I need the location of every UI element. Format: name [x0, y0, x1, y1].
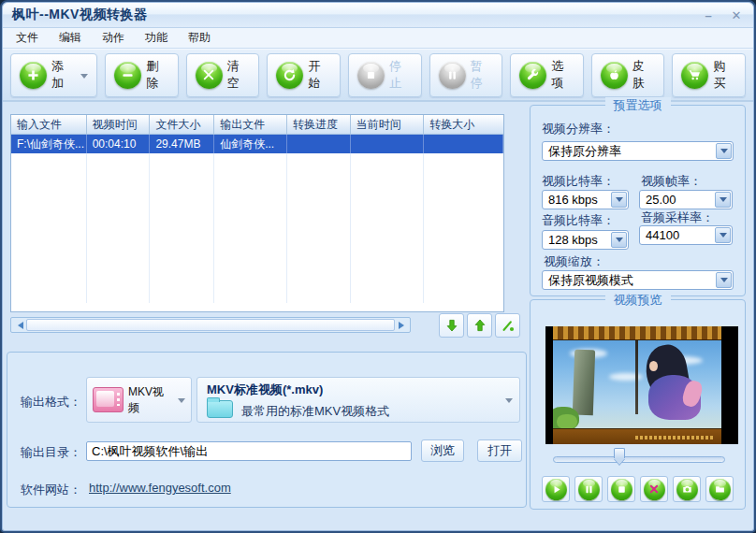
video-scale-select[interactable]: 保持原视频模式	[542, 270, 734, 290]
menu-action[interactable]: 动作	[93, 27, 134, 49]
video-scale-label: 视频缩放：	[544, 253, 604, 270]
clear-x-icon	[196, 62, 223, 89]
pause-button[interactable]: 暂停	[429, 53, 503, 97]
output-format-label: 输出格式：	[21, 394, 81, 411]
start-refresh-icon	[276, 62, 303, 89]
chevron-down-icon[interactable]	[505, 398, 513, 407]
scroll-left-icon[interactable]	[11, 318, 25, 332]
sample-rate-value: 44100	[646, 228, 714, 242]
clear-button-label: 清空	[227, 58, 251, 92]
delete-button-label: 删除	[146, 58, 169, 92]
table-row[interactable]: F:\仙剑奇侠... 00:04:10 29.47MB 仙剑奇侠...	[11, 135, 503, 153]
format-profile-desc: 最常用的标准MKV视频格式	[241, 403, 389, 420]
chevron-down-icon[interactable]	[715, 192, 731, 208]
remove-minus-icon	[114, 62, 141, 89]
start-button[interactable]: 开始	[267, 53, 341, 97]
resolution-select[interactable]: 保持原分辨率	[542, 141, 734, 161]
video-scale-value: 保持原视频模式	[548, 272, 715, 289]
horizontal-scrollbar[interactable]	[10, 317, 411, 333]
menu-edit[interactable]: 编辑	[50, 27, 91, 49]
col-converted-size[interactable]: 转换大小	[424, 115, 503, 134]
empty-row	[11, 172, 503, 191]
menu-file[interactable]: 文件	[7, 27, 48, 49]
empty-row	[11, 153, 503, 172]
move-up-button[interactable]	[467, 313, 492, 338]
chevron-down-icon[interactable]	[716, 143, 732, 159]
preset-options-panel: 预置选项 视频分辨率： 保持原分辨率 视频比特率： 视频帧率： 816 kbps…	[530, 105, 746, 296]
col-current-time[interactable]: 当前时间	[351, 115, 425, 134]
skin-button-label: 皮肤	[632, 58, 656, 92]
format-category-select[interactable]: MKV视频	[86, 377, 192, 423]
output-settings-panel: 输出格式： MKV视频 MKV标准视频(*.mkv) 最常用的标准MKV视频格式…	[7, 352, 527, 508]
chevron-down-icon[interactable]	[178, 398, 185, 407]
clear-button[interactable]: 清空	[186, 53, 260, 97]
seek-slider-track[interactable]	[553, 456, 725, 463]
website-link[interactable]: http://www.fengyesoft.com	[89, 481, 231, 495]
cancel-button[interactable]	[640, 476, 668, 502]
stop-button-label: 停止	[389, 58, 413, 92]
edit-button[interactable]	[495, 313, 520, 338]
video-bitrate-select[interactable]: 816 kbps	[542, 190, 629, 209]
skin-button[interactable]: 皮肤	[591, 53, 665, 97]
stop-icon	[611, 479, 632, 500]
empty-row	[11, 284, 503, 303]
empty-row	[11, 191, 503, 209]
minimize-button[interactable]: –	[701, 8, 716, 22]
browse-button[interactable]: 浏览	[421, 439, 464, 462]
open-folder-button[interactable]	[705, 476, 734, 502]
col-file-size[interactable]: 文件大小	[150, 115, 214, 134]
col-input-file[interactable]: 输入文件	[11, 115, 87, 134]
pause-playback-button[interactable]	[574, 476, 603, 502]
add-button[interactable]: 添加	[10, 53, 97, 97]
seek-slider-thumb[interactable]	[614, 448, 625, 465]
cell-video-time: 00:04:10	[87, 135, 151, 153]
col-output-file[interactable]: 输出文件	[214, 115, 287, 134]
file-list: 输入文件 视频时间 文件大小 输出文件 转换进度 当前时间 转换大小 F:\仙剑…	[10, 114, 504, 312]
scrollbar-thumb[interactable]	[26, 319, 395, 331]
start-button-label: 开始	[308, 58, 331, 92]
chevron-down-icon[interactable]	[611, 232, 627, 248]
edit-pencil-icon	[501, 318, 516, 333]
buy-button[interactable]: 购买	[672, 53, 746, 97]
sample-rate-select[interactable]: 44100	[639, 225, 733, 245]
snapshot-button[interactable]	[673, 476, 701, 502]
stop-button[interactable]: 停止	[348, 53, 422, 97]
col-video-time[interactable]: 视频时间	[87, 115, 151, 134]
empty-row	[11, 266, 503, 284]
format-profile-select[interactable]: MKV标准视频(*.mkv) 最常用的标准MKV视频格式	[196, 377, 520, 423]
format-folder-icon	[207, 400, 233, 418]
play-icon	[545, 479, 567, 500]
framerate-select[interactable]: 25.00	[639, 190, 733, 209]
open-button[interactable]: 打开	[477, 439, 522, 462]
chevron-down-icon[interactable]	[611, 192, 627, 208]
options-wrench-icon	[519, 62, 546, 89]
play-button[interactable]	[542, 476, 570, 502]
move-down-button[interactable]	[439, 313, 464, 338]
audio-bitrate-select[interactable]: 128 kbps	[542, 230, 629, 250]
output-dir-input[interactable]	[86, 441, 412, 461]
format-category-tv-icon	[93, 387, 124, 412]
menu-help[interactable]: 帮助	[179, 27, 220, 49]
close-button[interactable]: ✕	[729, 8, 744, 22]
preset-panel-title: 预置选项	[605, 97, 671, 114]
file-list-header: 输入文件 视频时间 文件大小 输出文件 转换进度 当前时间 转换大小	[11, 115, 503, 135]
stop-playback-button[interactable]	[607, 476, 635, 502]
window-title: 枫叶--MKV视频转换器	[12, 7, 147, 23]
menu-feature[interactable]: 功能	[136, 27, 177, 49]
stop-square-icon	[357, 62, 385, 89]
delete-button[interactable]: 删除	[105, 53, 179, 97]
scroll-right-icon[interactable]	[396, 318, 410, 332]
col-progress[interactable]: 转换进度	[287, 115, 351, 134]
resolution-label: 视频分辨率：	[542, 121, 615, 137]
menubar: 文件 编辑 动作 功能 帮助	[3, 28, 753, 49]
titlebar[interactable]: 枫叶--MKV视频转换器 – ✕	[3, 3, 753, 28]
chevron-down-icon[interactable]	[715, 227, 731, 243]
options-button[interactable]: 选项	[510, 53, 584, 97]
cell-converted-size	[424, 135, 503, 153]
chevron-down-icon[interactable]	[716, 272, 732, 288]
video-preview-frame	[545, 326, 738, 444]
add-dropdown-caret-icon[interactable]	[80, 74, 88, 82]
format-category-value: MKV视频	[128, 384, 171, 416]
list-order-buttons	[439, 313, 520, 338]
video-still-image	[553, 326, 721, 444]
